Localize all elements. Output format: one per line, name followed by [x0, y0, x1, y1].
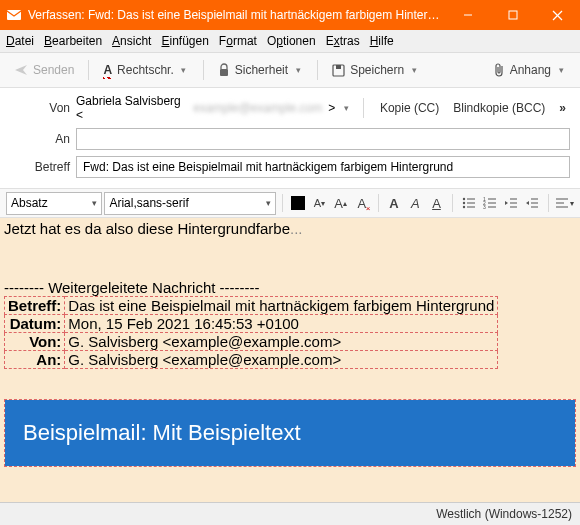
menu-einfuegen[interactable]: Einfügen: [161, 34, 208, 48]
menu-datei[interactable]: Datei: [6, 34, 34, 48]
forward-banner: Beispielmail: Mit Beispieltext: [4, 399, 576, 467]
font-size-inc-button[interactable]: A▴: [331, 193, 350, 213]
send-button[interactable]: Senden: [6, 57, 82, 83]
remove-format-button[interactable]: A×: [352, 193, 371, 213]
typed-text: Jetzt hat es da also diese Hintergrundfa…: [4, 220, 290, 237]
header-fields: Von Gabriela Salvisberg <example@example…: [0, 88, 580, 189]
security-label: Sicherheit: [235, 63, 288, 77]
chevron-down-icon[interactable]: ▾: [179, 65, 189, 75]
paragraph-select[interactable]: Absatz ▾: [6, 192, 102, 215]
svg-rect-2: [509, 11, 517, 19]
text-color-button[interactable]: [289, 193, 308, 213]
more-recipients-button[interactable]: »: [555, 101, 570, 115]
format-toolbar: Absatz ▾ Arial,sans-serif ▾ A▾ A▴ A× A A…: [0, 189, 580, 218]
number-list-button[interactable]: 123: [480, 193, 499, 213]
toolbar: Senden A Rechtschr. ▾ Sicherheit ▾ Speic…: [0, 53, 580, 88]
spellcheck-button[interactable]: A Rechtschr. ▾: [95, 57, 196, 83]
body-text[interactable]: Jetzt hat es da also diese Hintergrundfa…: [0, 218, 580, 239]
font-select[interactable]: Arial,sans-serif ▾: [104, 192, 275, 215]
italic-button[interactable]: A: [406, 193, 425, 213]
minimize-button[interactable]: [445, 0, 490, 30]
chevron-down-icon: ▾: [266, 198, 271, 208]
spellcheck-icon: A: [103, 63, 112, 77]
chevron-down-icon[interactable]: ▾: [556, 65, 566, 75]
titlebar[interactable]: Verfassen: Fwd: Das ist eine Beispielmai…: [0, 0, 580, 30]
save-button[interactable]: Speichern ▾: [324, 57, 427, 83]
forward-divider: -------- Weitergeleitete Nachricht -----…: [0, 279, 580, 296]
fwd-to-key: An:: [5, 351, 65, 369]
svg-rect-7: [336, 65, 341, 69]
separator: [282, 194, 283, 212]
fwd-date-key: Datum:: [5, 315, 65, 333]
spellcheck-label: Rechtschr.: [117, 63, 174, 77]
message-body[interactable]: Jetzt hat es da also diese Hintergrundfa…: [0, 218, 580, 502]
svg-point-8: [462, 198, 464, 200]
menu-extras[interactable]: Extras: [326, 34, 360, 48]
status-bar: Westlich (Windows-1252): [0, 502, 580, 525]
from-close: >: [328, 101, 335, 115]
subject-input[interactable]: [76, 156, 570, 178]
table-row: Von:G. Salvisberg <example@example.com>: [5, 333, 498, 351]
svg-point-10: [462, 202, 464, 204]
menu-optionen[interactable]: Optionen: [267, 34, 316, 48]
close-button[interactable]: [535, 0, 580, 30]
fwd-subject-key: Betreff:: [5, 297, 65, 315]
attach-label: Anhang: [510, 63, 551, 77]
outdent-button[interactable]: [501, 193, 520, 213]
indent-button[interactable]: [523, 193, 542, 213]
send-label: Senden: [33, 63, 74, 77]
fwd-date-val: Mon, 15 Feb 2021 16:45:53 +0100: [65, 315, 498, 333]
from-name: Gabriela Salvisberg <: [76, 94, 187, 122]
bcc-button[interactable]: Blindkopie (BCC): [449, 101, 549, 115]
svg-point-12: [462, 206, 464, 208]
font-value: Arial,sans-serif: [109, 196, 188, 210]
from-value[interactable]: Gabriela Salvisberg <example@example.com…: [76, 94, 351, 122]
paperclip-icon: [493, 62, 505, 78]
color-swatch-icon: [291, 196, 305, 210]
send-icon: [14, 63, 28, 77]
cursor-tail: ...: [290, 220, 303, 237]
save-icon: [332, 64, 345, 77]
chevron-down-icon: ▾: [570, 199, 574, 208]
save-label: Speichern: [350, 63, 404, 77]
chevron-down-icon[interactable]: ▾: [293, 65, 303, 75]
bullet-list-button[interactable]: [459, 193, 478, 213]
menu-format[interactable]: Format: [219, 34, 257, 48]
svg-text:3: 3: [483, 204, 486, 210]
separator: [548, 194, 549, 212]
attach-button[interactable]: Anhang ▾: [485, 57, 574, 83]
security-button[interactable]: Sicherheit ▾: [210, 57, 311, 83]
svg-rect-5: [220, 69, 228, 76]
encoding-indicator[interactable]: Westlich (Windows-1252): [436, 507, 572, 521]
chevron-down-icon: ▾: [92, 198, 97, 208]
window-title: Verfassen: Fwd: Das ist eine Beispielmai…: [28, 8, 445, 22]
chevron-down-icon[interactable]: ▾: [409, 65, 419, 75]
paragraph-value: Absatz: [11, 196, 48, 210]
menu-hilfe[interactable]: Hilfe: [370, 34, 394, 48]
maximize-button[interactable]: [490, 0, 535, 30]
fwd-subject-val: Das ist eine Beispielmail mit hartnäckig…: [65, 297, 498, 315]
font-size-dec-button[interactable]: A▾: [310, 193, 329, 213]
separator: [378, 194, 379, 212]
from-row: Von Gabriela Salvisberg <example@example…: [10, 94, 570, 122]
cc-button[interactable]: Kopie (CC): [376, 101, 443, 115]
align-button[interactable]: ▾: [555, 193, 574, 213]
to-label: An: [10, 132, 70, 146]
table-row: An:G. Salvisberg <example@example.com>: [5, 351, 498, 369]
subject-row: Betreff: [10, 156, 570, 178]
fwd-from-key: Von:: [5, 333, 65, 351]
app-icon: [6, 7, 22, 23]
table-row: Betreff:Das ist eine Beispielmail mit ha…: [5, 297, 498, 315]
from-chevron-icon[interactable]: ▾: [341, 103, 351, 113]
to-input[interactable]: [76, 128, 570, 150]
menu-bearbeiten[interactable]: Bearbeiten: [44, 34, 102, 48]
underline-button[interactable]: A: [427, 193, 446, 213]
compose-window: Verfassen: Fwd: Das ist eine Beispielmai…: [0, 0, 580, 525]
fwd-from-val: G. Salvisberg <example@example.com>: [65, 333, 498, 351]
bold-button[interactable]: A: [384, 193, 403, 213]
separator: [88, 60, 89, 80]
separator: [317, 60, 318, 80]
menu-ansicht[interactable]: Ansicht: [112, 34, 151, 48]
to-row: An: [10, 128, 570, 150]
from-label: Von: [10, 101, 70, 115]
